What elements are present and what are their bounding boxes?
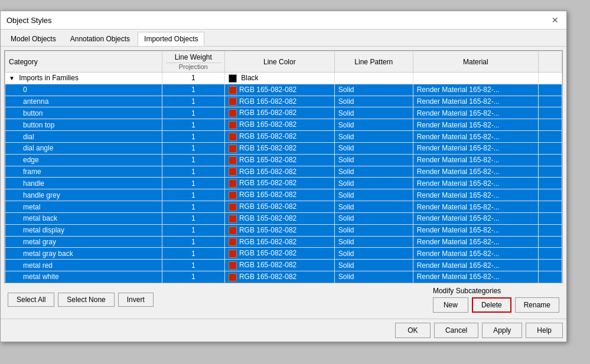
row-material-cell: Render Material 165-82-... (413, 131, 539, 143)
row-linepattern-cell: Solid (334, 283, 413, 283)
table-row[interactable]: button top1RGB 165-082-082SolidRender Ma… (5, 119, 562, 131)
table-row[interactable]: handle1RGB 165-082-082SolidRender Materi… (5, 178, 562, 189)
row-linecolor-cell: RGB 165-082-082 (224, 260, 334, 271)
row-material-cell: Render Material 165-82-... (413, 212, 539, 224)
row-extra-cell (539, 248, 562, 260)
row-linecolor-cell: RGB 165-082-082 (224, 201, 334, 213)
row-material-cell: Render Material 165-82-... (413, 248, 539, 260)
row-extra-cell (539, 260, 562, 271)
row-linecolor-cell: RGB 165-082-082 (224, 271, 334, 283)
object-styles-dialog: Object Styles ✕ Model Objects Annotation… (0, 11, 567, 342)
row-category-cell: 0 (5, 84, 162, 96)
table-row[interactable]: frame1RGB 165-082-082SolidRender Materia… (5, 166, 562, 178)
color-swatch-icon (229, 145, 237, 153)
delete-button[interactable]: Delete (472, 297, 511, 313)
row-linepattern-cell: Solid (334, 154, 413, 166)
table-row[interactable]: antenna1RGB 165-082-082SolidRender Mater… (5, 96, 562, 107)
row-linepattern-cell: Solid (334, 212, 413, 224)
header-extra (539, 51, 562, 73)
tab-model-objects[interactable]: Model Objects (4, 32, 63, 46)
title-bar: Object Styles ✕ (1, 11, 566, 29)
row-extra-cell (539, 166, 562, 178)
row-linepattern-cell: Solid (334, 271, 413, 283)
table-row[interactable]: handle grey1RGB 165-082-082SolidRender M… (5, 189, 562, 201)
tab-imported-objects[interactable]: Imported Objects (138, 32, 204, 46)
table-row[interactable]: metal display1RGB 165-082-082SolidRender… (5, 224, 562, 236)
table-row[interactable]: metal white1RGB 165-082-082SolidRender M… (5, 271, 562, 283)
table-row[interactable]: screw1RGB 165-082-082SolidRender Materia… (5, 283, 562, 283)
row-extra-cell (539, 271, 562, 283)
row-linecolor-cell: RGB 165-082-082 (224, 166, 334, 178)
row-category-cell: metal gray back (5, 248, 162, 260)
row-linepattern-cell: Solid (334, 107, 413, 119)
ok-button[interactable]: OK (395, 323, 431, 338)
row-material-cell: Render Material 165-82-... (413, 84, 539, 96)
row-lineweight-cell: 1 (162, 119, 224, 131)
row-category-cell: metal (5, 201, 162, 213)
row-linecolor-cell: RGB 165-082-082 (224, 212, 334, 224)
select-all-button[interactable]: Select All (8, 293, 54, 307)
close-button[interactable]: ✕ (550, 15, 560, 25)
table-row[interactable]: dial1RGB 165-082-082SolidRender Material… (5, 131, 562, 143)
row-material-cell: Render Material 165-82-... (413, 142, 539, 154)
parent-category-cell: ▼ Imports in Families (5, 73, 162, 84)
row-linecolor-cell: RGB 165-082-082 (224, 107, 334, 119)
row-material-cell: Render Material 165-82-... (413, 236, 539, 248)
table-row[interactable]: button1RGB 165-082-082SolidRender Materi… (5, 107, 562, 119)
row-extra-cell (539, 84, 562, 96)
table-wrapper[interactable]: Category Line Weight Projection Line Col… (4, 50, 563, 283)
color-swatch-icon (229, 156, 237, 165)
invert-button[interactable]: Invert (118, 293, 154, 307)
table-row[interactable]: metal1RGB 165-082-082SolidRender Materia… (5, 201, 562, 213)
row-category-cell: metal white (5, 271, 162, 283)
cancel-button[interactable]: Cancel (434, 323, 478, 338)
row-linepattern-cell: Solid (334, 248, 413, 260)
table-row[interactable]: dial angle1RGB 165-082-082SolidRender Ma… (5, 142, 562, 154)
color-swatch-icon (229, 250, 237, 258)
color-swatch-icon (229, 86, 237, 94)
row-extra-cell (539, 189, 562, 201)
row-category-cell: metal red (5, 260, 162, 271)
row-linepattern-cell: Solid (334, 119, 413, 131)
row-linecolor-cell: RGB 165-082-082 (224, 236, 334, 248)
row-extra-cell (539, 119, 562, 131)
table-row[interactable]: 01RGB 165-082-082SolidRender Material 16… (5, 84, 562, 96)
row-lineweight-cell: 1 (162, 166, 224, 178)
help-button[interactable]: Help (526, 323, 563, 338)
select-none-button[interactable]: Select None (58, 293, 114, 307)
tab-bar: Model Objects Annotation Objects Importe… (1, 29, 566, 47)
table-row[interactable]: metal back1RGB 165-082-082SolidRender Ma… (5, 212, 562, 224)
row-lineweight-cell: 1 (162, 178, 224, 189)
row-extra-cell (539, 201, 562, 213)
row-linepattern-cell: Solid (334, 178, 413, 189)
parent-row-imports[interactable]: ▼ Imports in Families 1 Black (5, 73, 562, 84)
table-row[interactable]: edge1RGB 165-082-082SolidRender Material… (5, 154, 562, 166)
selection-buttons: Select All Select None Invert (8, 293, 154, 307)
row-linecolor-cell: RGB 165-082-082 (224, 142, 334, 154)
row-lineweight-cell: 1 (162, 248, 224, 260)
row-linepattern-cell: Solid (334, 201, 413, 213)
row-extra-cell (539, 212, 562, 224)
tab-annotation-objects[interactable]: Annotation Objects (64, 32, 136, 46)
row-extra-cell (539, 236, 562, 248)
color-swatch-icon (229, 121, 237, 129)
row-linepattern-cell: Solid (334, 131, 413, 143)
row-linepattern-cell: Solid (334, 260, 413, 271)
rename-button[interactable]: Rename (515, 297, 559, 313)
parent-lineweight-cell: 1 (162, 73, 224, 84)
row-lineweight-cell: 1 (162, 84, 224, 96)
row-linepattern-cell: Solid (334, 189, 413, 201)
row-lineweight-cell: 1 (162, 107, 224, 119)
row-material-cell: Render Material 165-82-... (413, 107, 539, 119)
apply-button[interactable]: Apply (482, 323, 522, 338)
table-row[interactable]: metal red1RGB 165-082-082SolidRender Mat… (5, 260, 562, 271)
row-material-cell: Render Material 165-82-... (413, 96, 539, 107)
row-category-cell: screw (5, 283, 162, 283)
table-row[interactable]: metal gray1RGB 165-082-082SolidRender Ma… (5, 236, 562, 248)
new-button[interactable]: New (433, 297, 468, 313)
black-swatch (229, 74, 237, 83)
table-row[interactable]: metal gray back1RGB 165-082-082SolidRend… (5, 248, 562, 260)
row-linecolor-cell: RGB 165-082-082 (224, 84, 334, 96)
row-linecolor-cell: RGB 165-082-082 (224, 178, 334, 189)
row-category-cell: handle (5, 178, 162, 189)
